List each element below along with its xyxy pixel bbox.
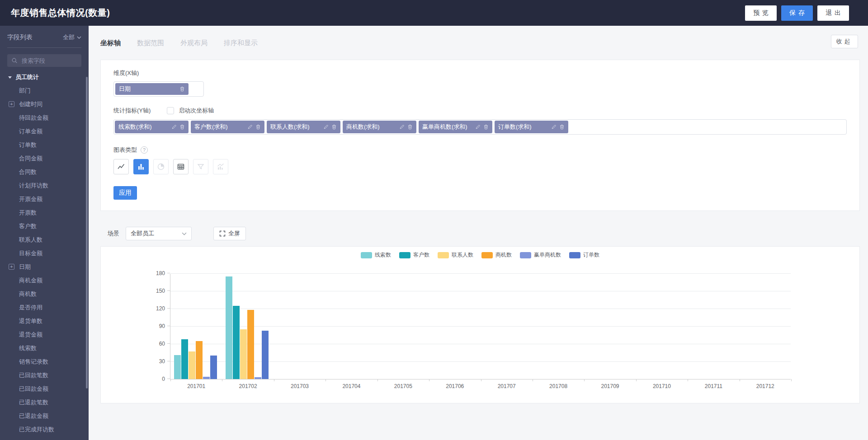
sidebar-item[interactable]: 已回款笔数	[0, 369, 89, 382]
field-search-box[interactable]	[7, 54, 81, 67]
tab-1[interactable]: 坐标轴	[100, 39, 121, 47]
search-input[interactable]	[21, 57, 77, 65]
measure-tag[interactable]: 客户数(求和)	[191, 121, 264, 133]
dimension-field-box[interactable]: 日期	[113, 81, 204, 97]
bar-联系人数[interactable]	[189, 351, 195, 379]
bar-联系人数[interactable]	[240, 329, 247, 379]
edit-icon[interactable]	[171, 124, 177, 130]
sidebar-item[interactable]: 部门	[0, 84, 89, 98]
exit-button[interactable]: 退出	[817, 5, 849, 21]
expand-plus-icon[interactable]: +	[9, 264, 14, 270]
measure-tag[interactable]: 赢单商机数(求和)	[419, 121, 492, 133]
sidebar-item[interactable]: 客户数	[0, 220, 89, 233]
bar-chart-type-button[interactable]	[133, 159, 149, 174]
y-axis-tick	[167, 308, 170, 309]
delete-icon[interactable]	[255, 124, 261, 130]
delete-icon[interactable]	[483, 124, 489, 130]
sidebar-item[interactable]: 开票金额	[0, 192, 89, 206]
bar-线索数[interactable]	[174, 355, 181, 379]
sidebar-item[interactable]: 已退款金额	[0, 409, 89, 423]
table-chart-type-button[interactable]	[173, 159, 189, 174]
bar-赢单商机数[interactable]	[203, 377, 210, 379]
delete-icon[interactable]	[559, 124, 565, 130]
legend-item[interactable]: 客户数	[399, 251, 429, 259]
sidebar-item[interactable]: 待回款金额	[0, 111, 89, 125]
edit-icon[interactable]	[323, 124, 329, 130]
legend-item[interactable]: 线索数	[361, 251, 391, 259]
bar-赢单商机数[interactable]	[255, 377, 261, 379]
sidebar-item[interactable]: 商机数	[0, 287, 89, 301]
help-icon[interactable]: ?	[141, 146, 148, 154]
legend-item[interactable]: 联系人数	[438, 251, 473, 259]
sidebar-item[interactable]: 已退款笔数	[0, 396, 89, 409]
tab-3[interactable]: 外观布局	[180, 39, 208, 47]
fullscreen-button[interactable]: 全屏	[213, 227, 246, 240]
sidebar-item[interactable]: 目标金额	[0, 247, 89, 260]
delete-icon[interactable]	[331, 124, 337, 130]
delete-icon[interactable]	[179, 86, 185, 92]
sidebar-header: 字段列表 全部	[0, 26, 89, 47]
field-filter-dropdown[interactable]: 全部	[63, 33, 81, 42]
collapse-button[interactable]: 收起	[831, 35, 858, 48]
sidebar-item[interactable]: 已完成拜访数	[0, 423, 89, 436]
sidebar-item[interactable]: 销售记录数	[0, 355, 89, 369]
line-chart-type-button[interactable]	[113, 159, 129, 174]
scene-select-value: 全部员工	[131, 229, 154, 238]
sidebar-item-label: 订单金额	[19, 127, 42, 136]
measure-tag[interactable]: 线索数(求和)	[115, 121, 189, 133]
sidebar-item[interactable]: +日期	[0, 260, 89, 274]
tab-4[interactable]: 排序和显示	[224, 39, 258, 47]
x-axis-tick	[274, 379, 274, 381]
edit-icon[interactable]	[399, 124, 405, 130]
edit-icon[interactable]	[551, 124, 557, 130]
measures-label: 统计指标(Y轴)	[113, 107, 151, 114]
y-axis-label: 30	[143, 358, 165, 365]
sidebar-item[interactable]: 退货单数	[0, 314, 89, 328]
save-button[interactable]: 保存	[781, 5, 813, 21]
delete-icon[interactable]	[407, 124, 413, 130]
tab-2[interactable]: 数据范围	[137, 39, 164, 47]
sidebar-item[interactable]: 线索数	[0, 342, 89, 355]
delete-icon[interactable]	[179, 124, 185, 130]
field-filter-label: 全部	[63, 33, 75, 42]
x-axis-label: 201711	[688, 383, 739, 389]
secondary-axis-toggle[interactable]: 启动次坐标轴	[167, 107, 214, 115]
dimension-tag[interactable]: 日期	[115, 83, 189, 95]
sidebar-item[interactable]: 合同数	[0, 165, 89, 179]
legend-item[interactable]: 订单数	[569, 251, 599, 259]
sidebar-scrollbar[interactable]	[86, 77, 88, 389]
measures-row: 统计指标(Y轴) 启动次坐标轴	[113, 107, 847, 115]
measure-tags[interactable]: 线索数(求和)客户数(求和)联系人数(求和)商机数(求和)赢单商机数(求和)订单…	[113, 119, 847, 135]
sidebar-item[interactable]: 联系人数	[0, 233, 89, 247]
bar-商机数[interactable]	[247, 310, 254, 379]
sidebar-item[interactable]: 退货金额	[0, 328, 89, 342]
bar-订单数[interactable]	[262, 331, 269, 379]
sidebar-item[interactable]: 订单数	[0, 138, 89, 152]
measure-tag[interactable]: 联系人数(求和)	[267, 121, 340, 133]
bar-客户数[interactable]	[233, 306, 240, 379]
scene-select[interactable]: 全部员工	[126, 227, 192, 240]
secondary-axis-checkbox[interactable]	[167, 107, 174, 114]
sidebar-item[interactable]: 合同金额	[0, 152, 89, 165]
bar-客户数[interactable]	[181, 339, 188, 379]
bar-商机数[interactable]	[196, 341, 203, 379]
legend-item[interactable]: 赢单商机数	[520, 251, 561, 259]
sidebar-item[interactable]: 开票数	[0, 206, 89, 220]
sidebar-item[interactable]: 是否停用	[0, 301, 89, 314]
edit-icon[interactable]	[475, 124, 481, 130]
measure-tag[interactable]: 商机数(求和)	[343, 121, 416, 133]
sidebar-item[interactable]: 已回款金额	[0, 382, 89, 396]
sidebar-item[interactable]: 订单金额	[0, 125, 89, 138]
sidebar-item[interactable]: 计划拜访数	[0, 179, 89, 192]
legend-item[interactable]: 商机数	[481, 251, 512, 259]
bar-线索数[interactable]	[226, 276, 232, 379]
preview-button[interactable]: 预览	[745, 5, 777, 21]
edit-icon[interactable]	[247, 124, 253, 130]
apply-button[interactable]: 应用	[113, 186, 137, 200]
sidebar-item[interactable]: 商机金额	[0, 274, 89, 287]
measure-tag[interactable]: 订单数(求和)	[495, 121, 568, 133]
expand-plus-icon[interactable]: +	[9, 101, 14, 107]
field-group-employee-stats[interactable]: 员工统计	[0, 70, 89, 84]
bar-订单数[interactable]	[210, 356, 217, 379]
sidebar-item[interactable]: +创建时间	[0, 98, 89, 111]
